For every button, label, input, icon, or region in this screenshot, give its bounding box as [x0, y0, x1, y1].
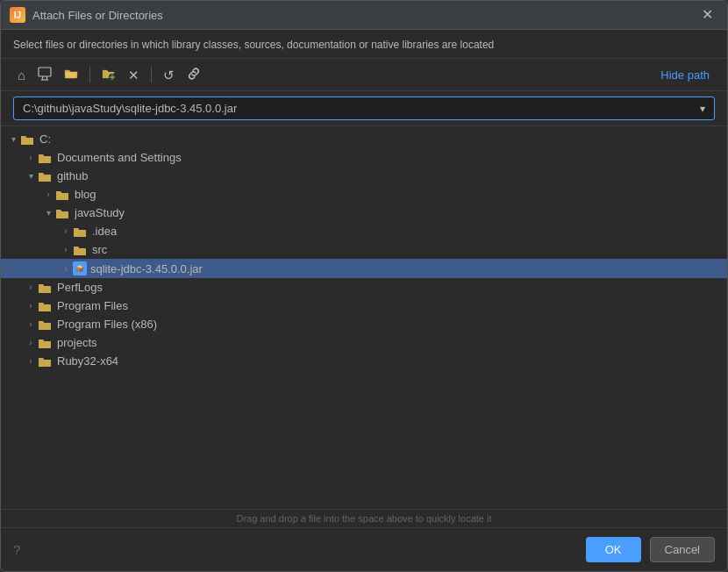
- delete-button[interactable]: ✕: [124, 66, 144, 84]
- folder-icon-documents: [38, 152, 54, 164]
- folder-icon: [20, 133, 36, 146]
- arrow-documents: ›: [24, 153, 38, 162]
- folder-icon-blog: [55, 189, 71, 201]
- arrow-blog: ›: [41, 189, 55, 199]
- folder-icon-perflogs: [38, 282, 54, 294]
- tree-label-src: src: [92, 243, 107, 256]
- ok-button[interactable]: OK: [586, 537, 641, 562]
- tree-label-documents: Documents and Settings: [57, 151, 182, 164]
- help-button[interactable]: ?: [13, 542, 20, 557]
- footer: ? OK Cancel: [1, 527, 727, 571]
- attach-files-dialog: IJ Attach Files or Directories ✕ Select …: [0, 0, 728, 572]
- toolbar-sep-1: [89, 67, 90, 82]
- tree-item-blog[interactable]: › blog: [1, 185, 727, 204]
- arrow-program-files: ›: [24, 301, 38, 311]
- folder-icon-program-files-x86: [38, 318, 54, 331]
- path-row: ▾: [1, 91, 727, 126]
- folder-icon-projects: [38, 337, 54, 349]
- toolbar-sep-2: [151, 67, 152, 82]
- arrow-idea: ›: [59, 226, 73, 236]
- path-input-wrapper: ▾: [13, 97, 715, 120]
- tree-item-src[interactable]: › src: [1, 240, 727, 259]
- tree-label-sqlite-jar: sqlite-jdbc-3.45.0.0.jar: [90, 262, 203, 275]
- link-button[interactable]: [182, 64, 205, 85]
- tree-label-c-drive: C:: [39, 132, 51, 146]
- tree-label-blog: blog: [75, 188, 96, 201]
- tree-item-program-files[interactable]: › Program Files: [1, 297, 727, 315]
- toolbar: ⌂: [1, 59, 727, 91]
- tree-item-program-files-x86[interactable]: › Program Files (x86): [1, 315, 727, 333]
- arrow-sqlite-jar: ›: [59, 264, 73, 274]
- tree-item-idea[interactable]: › .idea: [1, 222, 727, 240]
- cancel-button[interactable]: Cancel: [650, 537, 715, 562]
- home-button[interactable]: ⌂: [13, 66, 30, 84]
- arrow-program-files-x86: ›: [24, 319, 38, 329]
- tree-item-sqlite-jar[interactable]: › 📦 sqlite-jdbc-3.45.0.0.jar: [1, 259, 727, 278]
- close-button[interactable]: ✕: [696, 6, 718, 24]
- drag-hint: Drag and drop a file into the space abov…: [1, 509, 727, 527]
- hide-path-button[interactable]: Hide path: [655, 66, 715, 84]
- folder-open-icon: [64, 67, 78, 81]
- description-text: Select files or directories in which lib…: [1, 30, 727, 59]
- tree-item-javastudy[interactable]: ▾ javaStudy: [1, 204, 727, 222]
- tree-item-ruby32[interactable]: › Ruby32-x64: [1, 352, 727, 370]
- app-icon: IJ: [10, 7, 25, 23]
- tree-item-github[interactable]: ▾ github: [1, 167, 727, 185]
- svg-rect-0: [39, 68, 51, 76]
- tree-label-perflogs: PerfLogs: [57, 281, 103, 294]
- folder-add-icon: [102, 67, 116, 81]
- arrow-ruby32: ›: [24, 356, 38, 366]
- arrow-projects: ›: [24, 338, 38, 347]
- new-folder-button[interactable]: [97, 64, 120, 85]
- monitor-icon: [38, 67, 52, 81]
- tree-label-projects: projects: [57, 336, 97, 349]
- dialog-title: Attach Files or Directories: [32, 9, 163, 22]
- refresh-button[interactable]: ↺: [159, 66, 179, 84]
- tree-label-program-files-x86: Program Files (x86): [57, 318, 157, 331]
- tree-label-program-files: Program Files: [57, 299, 128, 312]
- folder-icon-idea: [73, 225, 89, 238]
- arrow-c-drive: ▾: [6, 134, 20, 144]
- monitor-button[interactable]: [33, 64, 56, 85]
- title-bar: IJ Attach Files or Directories ✕: [1, 1, 727, 30]
- arrow-src: ›: [59, 245, 73, 254]
- tree-item-perflogs[interactable]: › PerfLogs: [1, 278, 727, 297]
- toolbar-buttons: ⌂: [13, 64, 205, 85]
- title-bar-left: IJ Attach Files or Directories: [10, 7, 163, 23]
- folder-icon-program-files: [38, 300, 54, 312]
- tree-label-github: github: [57, 169, 88, 182]
- tree-label-ruby32: Ruby32-x64: [57, 354, 118, 368]
- tree-label-javastudy: javaStudy: [75, 206, 125, 219]
- tree-item-c-drive[interactable]: ▾ C:: [1, 130, 727, 148]
- link-icon: [187, 67, 201, 81]
- tree-item-projects[interactable]: › projects: [1, 333, 727, 352]
- path-dropdown-button[interactable]: ▾: [695, 99, 710, 118]
- arrow-perflogs: ›: [24, 282, 38, 292]
- footer-buttons: OK Cancel: [586, 537, 715, 562]
- tree-item-documents[interactable]: › Documents and Settings: [1, 148, 727, 167]
- tree-label-idea: .idea: [92, 225, 117, 238]
- arrow-javastudy: ▾: [41, 208, 55, 218]
- arrow-github: ▾: [24, 171, 38, 181]
- folder-open-button[interactable]: [60, 64, 82, 85]
- folder-icon-src: [73, 244, 89, 256]
- folder-icon-ruby32: [38, 355, 54, 368]
- jar-icon: 📦: [73, 261, 87, 275]
- folder-icon-javastudy: [55, 207, 71, 219]
- folder-icon-github: [38, 170, 54, 182]
- path-input[interactable]: [18, 97, 695, 119]
- file-tree[interactable]: ▾ C: › Documents and Settings ▾ github ›: [1, 126, 727, 509]
